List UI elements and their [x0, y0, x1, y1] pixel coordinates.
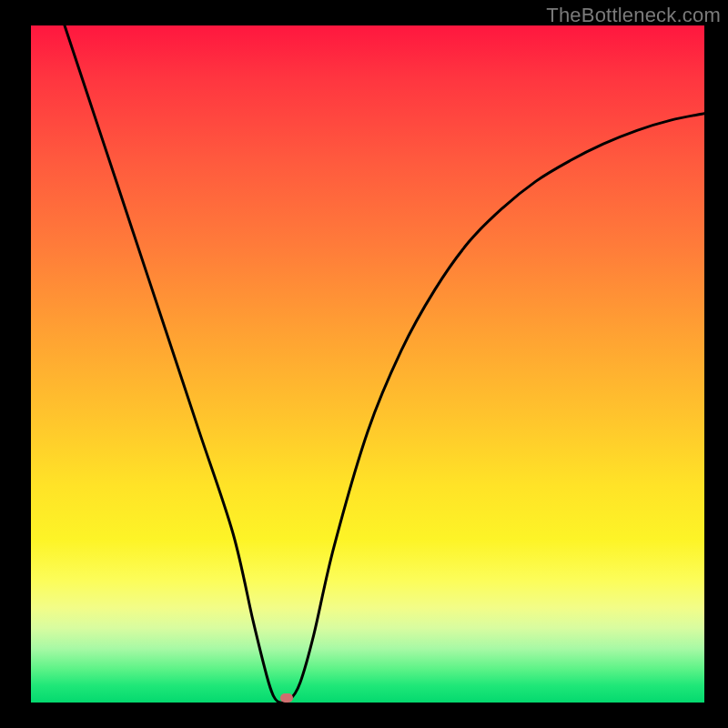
optimal-point-marker	[280, 693, 293, 703]
chart-frame: TheBottleneck.com	[0, 0, 728, 728]
watermark-text: TheBottleneck.com	[546, 4, 721, 27]
bottleneck-curve	[31, 25, 704, 703]
plot-area	[31, 25, 704, 703]
